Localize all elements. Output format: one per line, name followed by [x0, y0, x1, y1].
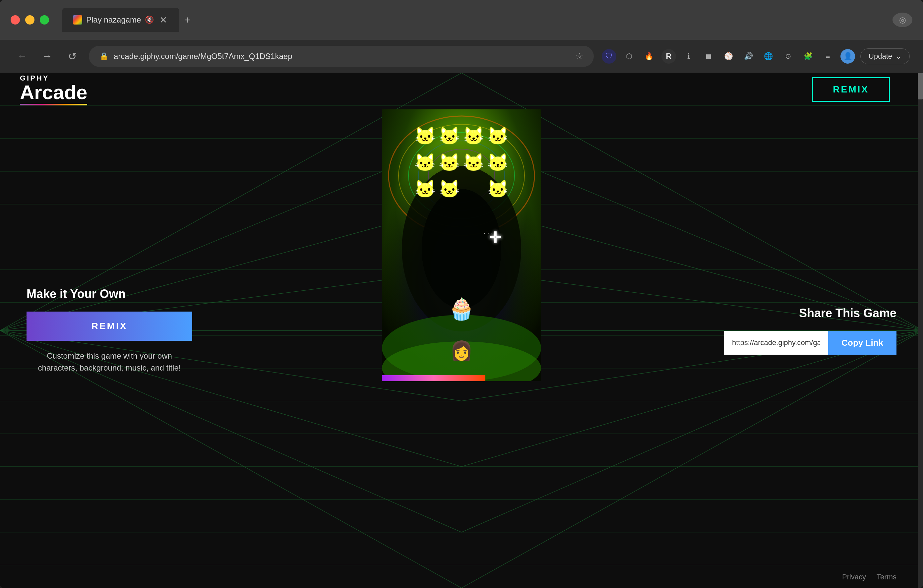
enemy-row-3: 🐱 🐱 🐱 🐱 — [414, 179, 509, 199]
tab-favicon — [73, 15, 82, 25]
cat-enemy: 🐱 — [463, 126, 484, 146]
aim-dots: · · · · — [484, 229, 497, 237]
footer: Privacy Terms — [842, 573, 897, 581]
ext-wallet[interactable]: ⬡ — [622, 49, 636, 64]
ext-translate[interactable]: 🌐 — [761, 49, 775, 64]
profile-icon: ◎ — [892, 13, 912, 27]
ext-dark[interactable]: ◼ — [701, 49, 716, 64]
ext-menu[interactable]: ≡ — [821, 49, 835, 64]
shooter-icon: 👩 — [450, 340, 473, 361]
share-input-row: Copy Link — [724, 331, 897, 355]
cat-enemy: 🐱 — [487, 153, 509, 173]
cat-enemy: 🐱 — [487, 179, 509, 199]
enemy-row-1: 🐱 🐱 🐱 🐱 — [414, 126, 509, 146]
tab-bar: Play nazagame 🔇 ✕ + — [62, 8, 886, 32]
cat-enemy: 🐱 — [463, 153, 484, 173]
browser-window: Play nazagame 🔇 ✕ + ◎ ← → ↺ 🔒 arcade.gip… — [0, 0, 923, 588]
game-progress-bar — [382, 375, 485, 381]
browser-titlebar: Play nazagame 🔇 ✕ + ◎ — [0, 0, 923, 40]
update-button[interactable]: Update ⌄ — [861, 48, 910, 64]
remix-main-button[interactable]: REMIX — [26, 312, 192, 341]
back-button[interactable]: ← — [13, 48, 31, 65]
ext-shield[interactable]: 🛡 — [602, 49, 616, 64]
left-panel-title: Make it Your Own — [26, 287, 192, 301]
scrollbar[interactable] — [918, 73, 923, 588]
ext-puzzle[interactable]: 🧩 — [801, 49, 815, 64]
browser-toolbar: ← → ↺ 🔒 arcade.giphy.com/game/MgO5t7Amx_… — [0, 40, 923, 73]
game-area[interactable]: 🐱 🐱 🐱 🐱 🐱 🐱 🐱 🐱 🐱 🐱 🐱 🐱 — [382, 109, 541, 381]
browser-content: GIPHY Arcade REMIX — [0, 73, 923, 588]
forward-button[interactable]: → — [38, 48, 56, 65]
url-display: arcade.giphy.com/game/MgO5t7Amx_Q1DS1kae… — [114, 52, 570, 61]
update-label: Update — [869, 52, 892, 61]
site-header: GIPHY Arcade REMIX — [0, 73, 910, 106]
ext-chrome[interactable]: ⊙ — [781, 49, 795, 64]
share-url-input[interactable] — [724, 331, 828, 355]
minimize-button[interactable] — [25, 15, 34, 25]
copy-link-button[interactable]: Copy Link — [828, 331, 897, 355]
lock-icon: 🔒 — [99, 52, 108, 61]
ext-profile[interactable]: 👤 — [841, 49, 855, 64]
active-tab[interactable]: Play nazagame 🔇 ✕ — [62, 8, 179, 32]
cat-enemy: 🐱 — [439, 153, 460, 173]
scrollbar-thumb[interactable] — [918, 73, 923, 99]
logo-underline — [20, 104, 87, 105]
svg-point-42 — [422, 189, 501, 308]
circle-icon: ◎ — [899, 15, 906, 25]
logo: GIPHY Arcade — [20, 74, 87, 105]
ext-fire[interactable]: 🔥 — [642, 49, 656, 64]
remix-header-button[interactable]: REMIX — [812, 77, 890, 102]
ext-pokeball[interactable]: ⚾ — [721, 49, 736, 64]
arcade-wordmark: Arcade — [20, 82, 87, 102]
shooter-sprite: 👩 — [447, 339, 476, 362]
ext-info[interactable]: ℹ — [681, 49, 696, 64]
tab-close-button[interactable]: ✕ — [158, 15, 168, 25]
share-title: Share This Game — [724, 306, 897, 320]
cat-enemy: 🐱 — [439, 179, 460, 199]
address-bar[interactable]: 🔒 arcade.giphy.com/game/MgO5t7Amx_Q1DS1k… — [89, 46, 594, 67]
right-panel: Share This Game Copy Link — [724, 306, 897, 355]
privacy-link[interactable]: Privacy — [842, 573, 866, 581]
player-character: 🧁 — [448, 297, 475, 322]
remix-description: Customize this game with your own charac… — [26, 350, 192, 374]
chevron-down-icon: ⌄ — [895, 52, 902, 61]
maximize-button[interactable] — [40, 15, 49, 25]
traffic-lights — [11, 15, 49, 25]
game-inner: 🐱 🐱 🐱 🐱 🐱 🐱 🐱 🐱 🐱 🐱 🐱 🐱 — [382, 109, 541, 381]
left-panel: Make it Your Own REMIX Customize this ga… — [26, 287, 192, 374]
bookmark-icon[interactable]: ☆ — [576, 51, 583, 61]
cat-enemy: 🐱 — [487, 126, 509, 146]
close-button[interactable] — [11, 15, 20, 25]
toolbar-extensions: 🛡 ⬡ 🔥 R ℹ ◼ ⚾ 🔊 🌐 ⊙ 🧩 ≡ 👤 Update ⌄ — [602, 48, 910, 64]
terms-link[interactable]: Terms — [877, 573, 897, 581]
reload-button[interactable]: ↺ — [64, 48, 81, 65]
tab-audio-icon[interactable]: 🔇 — [145, 16, 154, 24]
enemy-row-2: 🐱 🐱 🐱 🐱 — [414, 153, 509, 173]
cat-enemy: 🐱 — [439, 126, 460, 146]
new-tab-button[interactable]: + — [182, 11, 193, 29]
tab-title: Play nazagame — [86, 15, 141, 25]
ext-audio[interactable]: 🔊 — [741, 49, 755, 64]
cat-enemy: 🐱 — [414, 153, 436, 173]
ext-r[interactable]: R — [662, 49, 676, 64]
cat-enemy: 🐱 — [414, 179, 436, 199]
cat-enemy: 🐱 — [414, 126, 436, 146]
